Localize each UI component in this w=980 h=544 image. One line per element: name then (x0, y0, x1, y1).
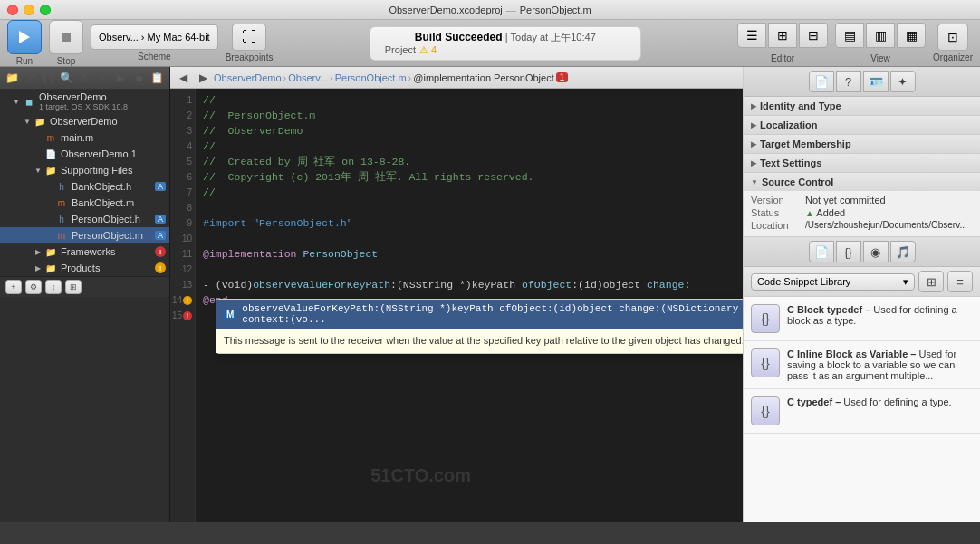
editor-standard-btn[interactable]: ☰ (737, 23, 766, 48)
sidebar-group-products[interactable]: ▶ 📁 Products ! (0, 260, 169, 276)
breakpoints-button[interactable]: ⛶ (232, 24, 266, 51)
sidebar-nav-debug[interactable]: ▶ (113, 69, 130, 87)
folder-products-icon: 📁 (43, 262, 58, 274)
organizer-button[interactable]: ⊡ (937, 24, 968, 51)
snippet-item-0[interactable]: {} C Block typedef – Used for defining a… (744, 297, 980, 341)
sidebar-item-personobjectm[interactable]: m PersonObject.m A (0, 227, 169, 243)
snippet-file-icon-btn[interactable]: 📄 (809, 241, 834, 262)
sidebar-group-observerdemo[interactable]: ▼ 📁 ObserverDemo (0, 113, 169, 129)
source-bankobject-icon: m (54, 196, 69, 209)
snippet-item-2[interactable]: {} C typedef – Used for defining a type. (744, 389, 980, 434)
snippet-item-1[interactable]: {} C Inline Block as Variable – Used for… (744, 341, 980, 389)
minimize-button[interactable] (24, 5, 34, 15)
source-person-icon: m (54, 229, 69, 242)
run-button[interactable] (7, 20, 42, 54)
sidebar-item-observerdemo1[interactable]: 📄 ObserverDemo.1 (0, 146, 169, 162)
sidebar-item-bankobjecth[interactable]: h BankObject.h A (0, 178, 169, 195)
sidebar-label-products: Products (61, 262, 100, 273)
snippet-dropdown-arrow: ▾ (903, 276, 908, 288)
editor-version-btn[interactable]: ⊟ (799, 23, 828, 48)
snippet-code-icon-btn[interactable]: {} (836, 241, 861, 262)
file-title: PersonObject.m (520, 5, 591, 15)
autocomplete-method: observeValueForKeyPath:(NSString *)keyPa… (242, 303, 743, 325)
editor-area[interactable]: 1 2 3 4 5 6 7 8 9 10 11 12 13 (170, 89, 743, 522)
code-line-12 (203, 262, 735, 277)
inspector-target-header[interactable]: ▶ Target Membership (744, 135, 980, 153)
sidebar-nav-folder[interactable]: 📁 (4, 69, 20, 87)
folder-icon: 📁 (33, 115, 47, 128)
line-14-warning: ! (183, 296, 192, 305)
view-utility-btn[interactable]: ▦ (897, 23, 926, 48)
nav-back[interactable]: ◀ (174, 69, 192, 87)
close-button[interactable] (7, 5, 18, 15)
inspector-localization-section: ▶ Localization (744, 116, 980, 135)
sidebar-nav-tests[interactable]: ✓ (95, 69, 111, 87)
view-debug-btn[interactable]: ▥ (866, 23, 895, 48)
project-name: ObserverDemo (39, 91, 128, 102)
scheme-selector[interactable]: Observ... › My Mac 64-bit (91, 24, 218, 50)
inspector-text-header[interactable]: ▶ Text Settings (744, 154, 980, 172)
sidebar-item-personobjecth[interactable]: h PersonObject.h A (0, 211, 169, 227)
sidebar-label-bankobjectm: BankObject.m (72, 197, 134, 208)
inspector-localization-header[interactable]: ▶ Localization (744, 116, 980, 134)
breadcrumb-personobjectm[interactable]: PersonObject.m (335, 72, 407, 83)
sidebar-item-bankobjectm[interactable]: m BankObject.m (0, 195, 169, 211)
inspector-identity-header[interactable]: ▶ Identity and Type (744, 97, 980, 115)
stop-button[interactable] (49, 20, 83, 54)
nav-forward[interactable]: ▶ (194, 69, 212, 87)
inspector-identity-btn[interactable]: 🪪 (863, 71, 889, 92)
inspector-identity-section: ▶ Identity and Type (744, 97, 980, 116)
status-label: Status (751, 207, 805, 218)
sidebar-nav-symbols[interactable]: { } (40, 69, 56, 87)
sort-btn[interactable]: ↕ (45, 280, 62, 294)
inspector-source-header[interactable]: ▼ Source Control (744, 173, 980, 191)
line-6: 6 (170, 169, 195, 185)
line-1: 1 (170, 92, 195, 108)
file-badge-person-m: A (155, 231, 166, 240)
snippet-grid-view-btn[interactable]: ⊞ (918, 271, 944, 292)
inspector-localization-label: Localization (760, 119, 818, 130)
inspector-quick-help-btn[interactable]: ? (836, 71, 861, 92)
inspector-text-label: Text Settings (760, 157, 821, 168)
scheme-section-label: Scheme (138, 52, 171, 62)
snippet-section: 📄 {} ◉ 🎵 Code Snippet Library ▾ ⊞ ≡ {} (744, 237, 980, 522)
maximize-button[interactable] (40, 5, 51, 15)
filter-btn[interactable]: ⚙ (25, 280, 42, 294)
scheme-label: Observ... › My Mac 64-bit (99, 32, 210, 43)
sidebar-label-observerdemo1: ObserverDemo.1 (61, 148, 137, 159)
sidebar-nav-breakpoints[interactable]: ◆ (131, 69, 148, 87)
autocomplete-badge: M (224, 310, 236, 320)
sidebar-nav-source[interactable]: ⎇ (22, 69, 38, 87)
sidebar-nav-issues[interactable]: ⚠ (76, 69, 92, 87)
code-line-10 (203, 231, 735, 246)
sidebar-group-frameworks[interactable]: ▶ 📁 Frameworks ! (0, 243, 169, 260)
inspector-identity-label: Identity and Type (760, 100, 841, 111)
inspector-attributes-btn[interactable]: ✦ (890, 71, 916, 92)
sidebar-nav-report[interactable]: 📋 (149, 69, 166, 87)
warning-indicator: ! (155, 262, 166, 273)
code-line-11: @implementation PersonObject (203, 246, 735, 262)
sidebar-nav-search[interactable]: 🔍 (58, 69, 74, 87)
location-value: /Users/zhoushejun/Documents/Observ... (805, 220, 973, 231)
snippet-obj-icon-btn[interactable]: ◉ (863, 241, 889, 262)
snippet-2-title: C typedef – Used for defining a type. (787, 396, 973, 407)
version-label: Version (751, 195, 805, 205)
snippet-list-view-btn[interactable]: ≡ (947, 271, 973, 292)
breadcrumb-observ[interactable]: Observ... (288, 72, 328, 83)
breadcrumb-observerdemo[interactable]: ObserverDemo (214, 72, 282, 83)
view-buttons: ▤ ▥ ▦ (835, 23, 926, 48)
location-label: Location (751, 220, 805, 231)
autocomplete-item[interactable]: M observeValueForKeyPath:(NSString *)key… (216, 300, 743, 329)
expand-btn[interactable]: ⊞ (65, 280, 82, 294)
sidebar-item-mainm[interactable]: m main.m (0, 129, 169, 146)
editor-assistant-btn[interactable]: ⊞ (768, 23, 797, 48)
build-succeeded-panel: Build Succeeded | Today at 上午10:47 Proje… (370, 26, 641, 61)
snippet-media-icon-btn[interactable]: 🎵 (890, 241, 916, 262)
project-root[interactable]: ▼ ◼ ObserverDemo 1 target, OS X SDK 10.8 (0, 90, 169, 113)
add-file-btn[interactable]: + (5, 280, 22, 294)
inspector-file-btn[interactable]: 📄 (809, 71, 834, 92)
snippet-library-dropdown[interactable]: Code Snippet Library ▾ (751, 273, 915, 291)
sidebar-label-personobjecth: PersonObject.h (72, 214, 140, 224)
sidebar-group-supporting[interactable]: ▼ 📁 Supporting Files (0, 162, 169, 178)
view-nav-btn[interactable]: ▤ (835, 23, 864, 48)
